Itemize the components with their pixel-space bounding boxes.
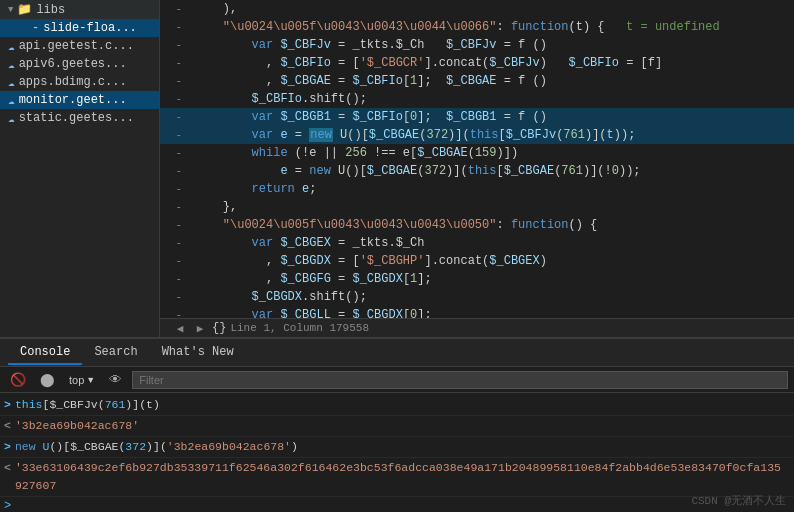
console-output: > this[$_CBFJv(761)](t) < '3b2ea69b042ac… xyxy=(0,393,794,512)
editor-area: - ), - "\u0024\u005f\u0043\u0043\u0044\u… xyxy=(160,0,794,337)
watermark: CSDN @无酒不人生 xyxy=(691,493,786,508)
cloud-icon: ☁ xyxy=(8,76,15,89)
console-output-prefix: < xyxy=(4,417,11,435)
console-output-prefix: < xyxy=(4,459,11,477)
console-text: this[$_CBFJv(761)](t) xyxy=(15,396,786,414)
sidebar-item-label: static.geetes... xyxy=(19,111,134,125)
cloud-icon: ☁ xyxy=(8,58,15,71)
code-line: - , $_CBFIo = ['$_CBGCR'].concat($_CBFJv… xyxy=(160,54,794,72)
sidebar-item-label: slide-floa... xyxy=(43,21,137,35)
sidebar-item-libs[interactable]: ▼ 📁 libs xyxy=(0,0,159,19)
code-line: - var $_CBGB1 = $_CBFIo[0]; $_CBGB1 = f … xyxy=(160,108,794,126)
console-text: '33e63106439c2ef6b927db35339711f62546a30… xyxy=(15,459,786,495)
code-line: - $_CBGDX.shift(); xyxy=(160,288,794,306)
code-line: - var $_CBFJv = _tkts.$_Ch $_CBFJv = f (… xyxy=(160,36,794,54)
sidebar-item-slide[interactable]: - slide-floa... xyxy=(0,19,159,37)
top-context-dropdown[interactable]: top ▼ xyxy=(65,372,99,388)
devtools-panel: Console Search What's New 🚫 ⬤ top ▼ 👁 > … xyxy=(0,337,794,512)
eye-icon-button[interactable]: 👁 xyxy=(105,370,126,389)
console-text: '3b2ea69b042ac678' xyxy=(15,417,786,435)
console-output-line-1: < '3b2ea69b042ac678' xyxy=(0,416,794,437)
sidebar-item-monitor[interactable]: ☁ monitor.geet... xyxy=(0,91,159,109)
navigation-right-icon[interactable]: ▶ xyxy=(192,322,208,335)
sidebar-item-static[interactable]: ☁ static.geetes... xyxy=(0,109,159,127)
file-icon: - xyxy=(32,21,39,35)
code-line: - e = new U()[$_CBGAE(372)](this[$_CBGAE… xyxy=(160,162,794,180)
expand-arrow-icon: ▼ xyxy=(8,5,13,15)
sidebar: ▼ 📁 libs - slide-floa... ☁ api.geetest.c… xyxy=(0,0,160,337)
tab-search[interactable]: Search xyxy=(82,341,149,365)
sidebar-item-label: monitor.geet... xyxy=(19,93,127,107)
dropdown-arrow-icon: ▼ xyxy=(86,375,95,385)
console-text: new U()[$_CBGAE(372)]('3b2ea69b042ac678'… xyxy=(15,438,786,456)
code-line: - }, xyxy=(160,198,794,216)
code-line: - return e; xyxy=(160,180,794,198)
console-input-prefix: > xyxy=(4,438,11,456)
devtools-toolbar: 🚫 ⬤ top ▼ 👁 xyxy=(0,367,794,393)
status-bar: ◀ ▶ {} Line 1, Column 179558 xyxy=(160,318,794,337)
code-line: - "\u0024\u005f\u0043\u0043\u0044\u0066"… xyxy=(160,18,794,36)
code-line: - $_CBFIo.shift(); xyxy=(160,90,794,108)
console-input-line-2: > new U()[$_CBGAE(372)]('3b2ea69b042ac67… xyxy=(0,437,794,458)
sidebar-item-label: libs xyxy=(36,3,65,17)
console-empty-input-line: > xyxy=(0,497,794,512)
devtools-tabs: Console Search What's New xyxy=(0,339,794,367)
code-line: - var $_CBGLL = $_CBGDX[0]; xyxy=(160,306,794,318)
tab-whatsnew[interactable]: What's New xyxy=(150,341,246,365)
cloud-icon: ☁ xyxy=(8,94,15,107)
code-line: - while (!e || 256 !== e[$_CBGAE(159)]) xyxy=(160,144,794,162)
code-line: - "\u0024\u005f\u0043\u0043\u0043\u0050"… xyxy=(160,216,794,234)
code-line: - , $_CBGFG = $_CBGDX[1]; xyxy=(160,270,794,288)
status-text: Line 1, Column 179558 xyxy=(230,322,369,334)
console-caret-icon: > xyxy=(4,499,11,512)
sidebar-item-label: api.geetest.c... xyxy=(19,39,134,53)
console-input-line-1: > this[$_CBFJv(761)](t) xyxy=(0,395,794,416)
sidebar-item-label: apiv6.geetes... xyxy=(19,57,127,71)
highlight-new: new xyxy=(309,128,333,142)
folder-icon: 📁 xyxy=(17,2,32,17)
code-line: - ), xyxy=(160,0,794,18)
code-editor[interactable]: - ), - "\u0024\u005f\u0043\u0043\u0044\u… xyxy=(160,0,794,318)
navigation-left-icon[interactable]: ◀ xyxy=(172,322,188,335)
clear-console-button[interactable]: 🚫 xyxy=(6,370,30,389)
top-label: top xyxy=(69,374,84,386)
sidebar-item-apps[interactable]: ☁ apps.bdimg.c... xyxy=(0,73,159,91)
sidebar-item-label: apps.bdimg.c... xyxy=(19,75,127,89)
code-line: - var $_CBGEX = _tkts.$_Ch xyxy=(160,234,794,252)
code-line: - var e = new U()[$_CBGAE(372)](this[$_C… xyxy=(160,126,794,144)
pause-on-exception-button[interactable]: ⬤ xyxy=(36,370,59,389)
code-line: - , $_CBGDX = ['$_CBGHP'].concat($_CBGEX… xyxy=(160,252,794,270)
cloud-icon: ☁ xyxy=(8,40,15,53)
sidebar-item-api[interactable]: ☁ api.geetest.c... xyxy=(0,37,159,55)
console-filter-input[interactable] xyxy=(132,371,788,389)
sidebar-item-apiv6[interactable]: ☁ apiv6.geetes... xyxy=(0,55,159,73)
cloud-icon: ☁ xyxy=(8,112,15,125)
console-input-prefix: > xyxy=(4,396,11,414)
tab-console[interactable]: Console xyxy=(8,341,82,365)
console-output-line-2: < '33e63106439c2ef6b927db35339711f62546a… xyxy=(0,458,794,497)
code-line: - , $_CBGAE = $_CBFIo[1]; $_CBGAE = f () xyxy=(160,72,794,90)
brace-icon: {} xyxy=(212,321,226,335)
